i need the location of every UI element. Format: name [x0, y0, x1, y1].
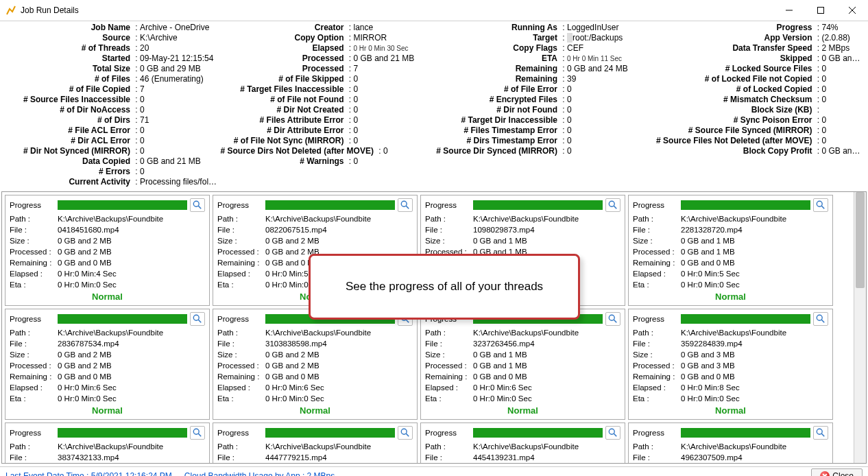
summary-value: 0: [354, 126, 435, 136]
thread-file-value: 4454139231.mp4: [473, 452, 620, 463]
thread-magnify-button[interactable]: [813, 426, 828, 440]
scrollbar-thumb[interactable]: [856, 192, 865, 288]
summary-label: # Source File Synced (MIRROR): [648, 126, 815, 136]
svg-line-5: [198, 206, 201, 209]
summary-label: # Locked Source Files: [648, 64, 815, 74]
summary-label: Running As: [434, 23, 560, 33]
thread-progress-label: Progress: [425, 200, 473, 211]
summary-value: 0: [140, 136, 221, 146]
thread-magnify-button[interactable]: [190, 426, 205, 440]
summary-row: Total Size:0 GB and 29 MB: [7, 64, 221, 74]
svg-point-16: [609, 315, 614, 320]
thread-magnify-button[interactable]: [813, 312, 828, 326]
thread-eta-label: Eta :: [217, 393, 265, 404]
window-controls: [773, 0, 868, 21]
svg-line-9: [614, 206, 616, 209]
thread-status: Normal: [633, 291, 828, 302]
bandwidth-usage: Cloud Bandwidth Usage by App : 2 MBps: [184, 471, 335, 476]
thread-magnify-button[interactable]: [605, 312, 620, 326]
summary-row: # of Files:46 (Enumerating): [7, 74, 221, 84]
summary-label: # Encrypted Files: [434, 95, 560, 105]
thread-path-value: K:\Archive\Backups\Foundbite: [473, 441, 620, 452]
summary-label: # Source Dir Synced (MIRROR): [434, 146, 560, 156]
thread-magnify-button[interactable]: [398, 426, 413, 440]
thread-remaining-value: 0 GB and 0 MB: [265, 371, 413, 382]
thread-magnify-button[interactable]: [605, 198, 620, 212]
summary-value: 0: [822, 74, 862, 84]
thread-progress-label: Progress: [633, 427, 681, 438]
thread-magnify-button[interactable]: [190, 198, 205, 212]
thread-file-value: 4447779215.mp4: [265, 452, 413, 463]
maximize-button[interactable]: [805, 0, 836, 21]
summary-panel: Job Name:Archive - OneDriveSource:K:\Arc…: [0, 21, 868, 191]
summary-value: 0: [822, 136, 862, 146]
thread-remaining-label: Remaining :: [217, 371, 265, 382]
summary-row: # Sync Poison Error:0: [648, 115, 862, 126]
thread-eta-value: 0 Hr:0 Min:0 Sec: [265, 393, 413, 404]
summary-row: # of File Copied:7: [7, 84, 221, 95]
summary-row: # of File Error:0: [434, 84, 648, 95]
summary-label: # Mismatch Checksum: [648, 95, 815, 105]
close-button[interactable]: Close: [811, 468, 863, 476]
summary-row: Block Size (KB):: [648, 105, 862, 115]
thread-processed-label: Processed :: [425, 360, 473, 371]
threads-scrollbar[interactable]: [854, 192, 866, 463]
summary-row: Source:K:\Archive: [7, 33, 221, 43]
summary-label: # Target Files Inaccessible: [221, 84, 347, 95]
summary-row: # of Locked Copied:0: [648, 84, 862, 95]
thread-processed-value: 0 GB and 2 MB: [265, 360, 413, 371]
summary-value: 0: [354, 84, 435, 95]
thread-magnify-button[interactable]: [605, 426, 620, 440]
thread-path-label: Path :: [217, 441, 265, 452]
summary-value: 39: [567, 74, 648, 84]
thread-magnify-button[interactable]: [190, 312, 205, 326]
summary-value: lance: [354, 23, 435, 33]
summary-label: # Dirs Timestamp Error: [434, 136, 560, 146]
summary-row: Target: root:/Backups: [434, 33, 648, 43]
thread-progress-label: Progress: [217, 200, 265, 211]
svg-line-13: [198, 320, 201, 322]
thread-magnify-button[interactable]: [398, 198, 413, 212]
thread-remaining-value: 0 GB and 0 MB: [473, 371, 620, 382]
summary-row: # File ACL Error:0: [7, 126, 221, 136]
thread-eta-value: 0 Hr:0 Min:0 Sec: [681, 279, 828, 290]
summary-label: # Dir Attribute Error: [221, 126, 347, 136]
summary-value: 0: [822, 95, 862, 105]
summary-row: # Dir not Found:0: [434, 105, 648, 115]
close-window-button[interactable]: [836, 0, 868, 21]
summary-value: root:/Backups: [567, 33, 648, 43]
summary-row: # of Dir NoAccess:0: [7, 105, 221, 115]
summary-row: # of Dirs:71: [7, 115, 221, 126]
summary-row: # Encrypted Files:0: [434, 95, 648, 105]
thread-progress-bar: [58, 200, 187, 210]
summary-label: Block Size (KB): [648, 105, 815, 115]
summary-row: # of File not Found:0: [221, 95, 435, 105]
summary-row: # Source Dirs Not Deleted (after MOVE):0: [221, 146, 435, 156]
thread-remaining-label: Remaining :: [10, 257, 58, 268]
minimize-button[interactable]: [773, 0, 805, 21]
thread-card: ProgressPath :K:\Archive\Backups\Foundbi…: [628, 195, 833, 306]
summary-row: App Version:(2.0.88): [648, 33, 862, 43]
svg-point-12: [193, 315, 199, 320]
svg-point-10: [817, 201, 822, 206]
summary-row: # Locked Source Files:0: [648, 64, 862, 74]
summary-row: Elapsed:0 Hr 0 Min 30 Sec: [221, 43, 435, 53]
summary-row: Creator:lance: [221, 23, 435, 33]
thread-file-label: File :: [633, 224, 681, 235]
summary-value: 0: [822, 84, 862, 95]
thread-progress-label: Progress: [10, 313, 58, 324]
thread-size-label: Size :: [217, 235, 265, 246]
summary-label: Started: [7, 53, 133, 64]
thread-size-value: 0 GB and 2 MB: [265, 349, 413, 360]
thread-file-label: File :: [633, 338, 681, 349]
thread-card: ProgressPath :K:\Archive\Backups\Foundbi…: [5, 195, 210, 306]
thread-progress-label: Progress: [217, 427, 265, 438]
threads-container: ProgressPath :K:\Archive\Backups\Foundbi…: [1, 191, 867, 464]
svg-line-19: [821, 320, 824, 322]
thread-eta-label: Eta :: [633, 393, 681, 404]
summary-label: Remaining: [434, 74, 560, 84]
summary-value: 0: [354, 95, 435, 105]
thread-magnify-button[interactable]: [813, 198, 828, 212]
thread-path-value: K:\Archive\Backups\Foundbite: [473, 213, 620, 224]
svg-point-20: [193, 429, 199, 434]
